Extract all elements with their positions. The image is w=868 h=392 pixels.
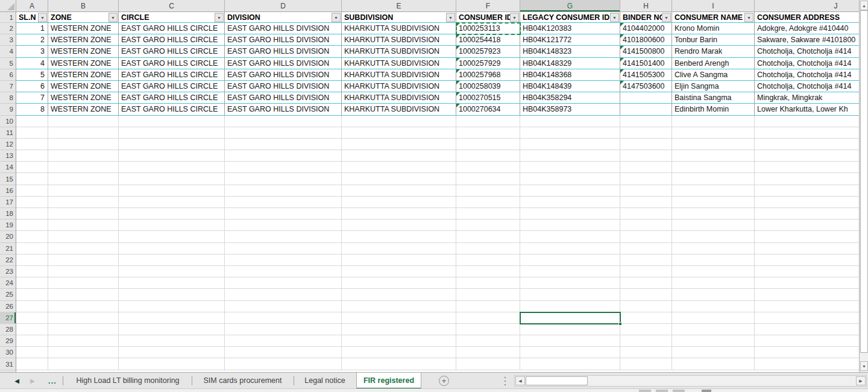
cell-D13[interactable]	[225, 150, 342, 162]
cell-H26[interactable]	[620, 301, 672, 312]
cell-H10[interactable]	[620, 116, 672, 127]
cell-G18[interactable]	[520, 208, 620, 220]
cell-E26[interactable]	[342, 301, 456, 312]
cell-C2[interactable]: EAST GARO HILLS CIRCLE	[119, 23, 225, 34]
cell-B25[interactable]	[48, 289, 119, 300]
cell-A18[interactable]	[16, 208, 48, 220]
cell-C20[interactable]	[119, 231, 225, 242]
cell-J18[interactable]	[755, 208, 859, 220]
cell-E2[interactable]: KHARKUTTA SUBDIVISION	[342, 23, 456, 34]
cell-D27[interactable]	[225, 312, 342, 324]
cell-J2[interactable]: Adokgre, Adokgre #410440	[755, 23, 859, 34]
cell-I28[interactable]	[672, 324, 755, 335]
cell-G4[interactable]: HB04K148323	[520, 46, 620, 57]
cell-G23[interactable]	[520, 266, 620, 277]
cell-C19[interactable]	[119, 220, 225, 231]
cell-G28[interactable]	[520, 324, 620, 335]
cell-G29[interactable]	[520, 335, 620, 347]
row-header-16[interactable]: 16	[0, 185, 16, 197]
cell-F7[interactable]: 1000258039	[456, 81, 520, 92]
cell-A6[interactable]: 5	[16, 69, 48, 81]
cell-J19[interactable]	[755, 220, 859, 231]
filter-button[interactable]: ▼	[38, 13, 47, 22]
cell-D10[interactable]	[225, 116, 342, 127]
cell-J16[interactable]	[755, 185, 859, 197]
vertical-scrollbar[interactable]: ▲ ▼	[859, 0, 868, 372]
cell-F15[interactable]	[456, 173, 520, 185]
cell-F19[interactable]	[456, 220, 520, 231]
cell-I30[interactable]	[672, 347, 755, 358]
cell-G21[interactable]	[520, 243, 620, 254]
cell-F11[interactable]	[456, 127, 520, 139]
cell-C28[interactable]	[119, 324, 225, 335]
cell-E24[interactable]	[342, 277, 456, 289]
cell-J13[interactable]	[755, 150, 859, 162]
cell-J8[interactable]: Mingkrak, Mingkrak	[755, 92, 859, 104]
cell-A5[interactable]: 4	[16, 58, 48, 69]
cell-I4[interactable]: Rendro Marak	[672, 46, 755, 57]
cell-E9[interactable]: KHARKUTTA SUBDIVISION	[342, 104, 456, 115]
cell-J30[interactable]	[755, 347, 859, 358]
cell-G9[interactable]: HB04K358973	[520, 104, 620, 115]
cell-F5[interactable]: 1000257929	[456, 58, 520, 69]
cell-E21[interactable]	[342, 243, 456, 254]
cell-F25[interactable]	[456, 289, 520, 300]
cell-J11[interactable]	[755, 127, 859, 139]
cell-I8[interactable]: Baistina Sangma	[672, 92, 755, 104]
cell-E23[interactable]	[342, 266, 456, 277]
cell-D7[interactable]: EAST GARO HILLS DIVISION	[225, 81, 342, 92]
filter-button[interactable]: ▼	[108, 13, 118, 22]
cell-E27[interactable]	[342, 312, 456, 324]
cell-D24[interactable]	[225, 277, 342, 289]
cell-I7[interactable]: Eljin Sangma	[672, 81, 755, 92]
header-cell-E1[interactable]: SUBDIVISION▼	[342, 12, 456, 23]
sheet-tab-high-load-lt-billing-monitoring[interactable]: High Load LT billing monitoring	[64, 373, 192, 388]
cell-C18[interactable]	[119, 208, 225, 220]
row-header-9[interactable]: 9	[0, 104, 16, 115]
cell-C16[interactable]	[119, 185, 225, 197]
cell-H23[interactable]	[620, 266, 672, 277]
cell-B31[interactable]	[48, 358, 119, 370]
cell-H25[interactable]	[620, 289, 672, 300]
filter-button[interactable]: ▼	[610, 13, 619, 22]
cell-E31[interactable]	[342, 358, 456, 370]
cell-I11[interactable]	[672, 127, 755, 139]
cell-E22[interactable]	[342, 254, 456, 266]
scroll-down-icon[interactable]: ▼	[860, 361, 868, 371]
cell-G25[interactable]	[520, 289, 620, 300]
cell-E25[interactable]	[342, 289, 456, 300]
cell-D28[interactable]	[225, 324, 342, 335]
cell-B28[interactable]	[48, 324, 119, 335]
cell-H30[interactable]	[620, 347, 672, 358]
cell-J27[interactable]	[755, 312, 859, 324]
cell-A19[interactable]	[16, 220, 48, 231]
cell-C23[interactable]	[119, 266, 225, 277]
column-header-A[interactable]: A	[16, 0, 48, 11]
cell-D4[interactable]: EAST GARO HILLS DIVISION	[225, 46, 342, 57]
cell-F12[interactable]	[456, 139, 520, 150]
column-header-J[interactable]: J	[755, 0, 859, 11]
cell-H15[interactable]	[620, 173, 672, 185]
header-cell-F1[interactable]: CONSUMER ID▼	[456, 12, 520, 23]
cell-G12[interactable]	[520, 139, 620, 150]
cell-J9[interactable]: Lower Kharkutta, Lower Kh	[755, 104, 859, 115]
cell-E18[interactable]	[342, 208, 456, 220]
cell-J31[interactable]	[755, 358, 859, 370]
cell-A2[interactable]: 1	[16, 23, 48, 34]
sheet-nav-right-icon[interactable]: ▶	[27, 373, 39, 389]
filter-button[interactable]: ▼	[446, 13, 455, 22]
cell-E10[interactable]	[342, 116, 456, 127]
row-header-14[interactable]: 14	[0, 162, 16, 173]
cell-G14[interactable]	[520, 162, 620, 173]
cell-D14[interactable]	[225, 162, 342, 173]
scroll-up-icon[interactable]: ▲	[860, 1, 868, 10]
cell-B26[interactable]	[48, 301, 119, 312]
cell-C31[interactable]	[119, 358, 225, 370]
cell-J24[interactable]	[755, 277, 859, 289]
cell-F16[interactable]	[456, 185, 520, 197]
cell-E19[interactable]	[342, 220, 456, 231]
cell-H12[interactable]	[620, 139, 672, 150]
cell-A4[interactable]: 3	[16, 46, 48, 57]
cell-I24[interactable]	[672, 277, 755, 289]
cell-A11[interactable]	[16, 127, 48, 139]
